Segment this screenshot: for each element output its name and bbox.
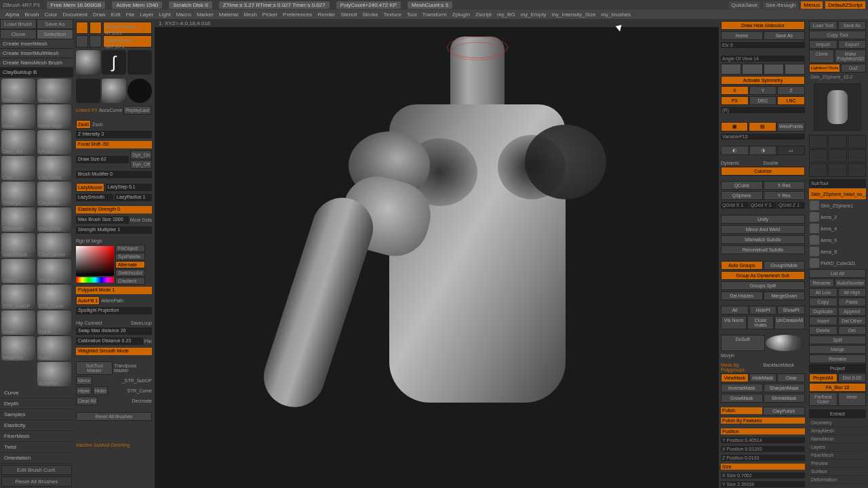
qcube-button[interactable]: QCube bbox=[721, 181, 763, 190]
menu-file[interactable]: File bbox=[125, 12, 134, 18]
qgridz-slider[interactable]: QGrid Z 1 bbox=[777, 202, 805, 209]
alternate-button[interactable]: Alternate bbox=[115, 261, 145, 268]
ps-button[interactable]: PS bbox=[721, 96, 749, 105]
menu-custom-intensity[interactable]: my_Intensity_Size bbox=[551, 12, 595, 18]
lazymouse-button[interactable]: LazyMouse bbox=[76, 183, 104, 192]
create-nanomesh-button[interactable]: Create NanoMesh Brush bbox=[0, 58, 73, 68]
extract-button[interactable]: Extract bbox=[809, 409, 866, 418]
growmask-button[interactable]: GrowMask bbox=[721, 394, 763, 403]
brush-trimdynamic[interactable] bbox=[1, 182, 35, 206]
load-tool-button[interactable]: Load Tool bbox=[809, 21, 837, 30]
autofill-button[interactable]: AutoFill 1 bbox=[76, 296, 100, 305]
dosoft-button[interactable]: DoSoft bbox=[721, 335, 765, 351]
polish-slider[interactable]: Polish bbox=[721, 407, 762, 414]
brush-clay[interactable] bbox=[1, 156, 35, 180]
menu-brush[interactable]: Brush bbox=[24, 12, 39, 18]
menu-render[interactable]: Render bbox=[317, 12, 335, 18]
groups-split-button[interactable]: Groups Split bbox=[721, 281, 805, 290]
mode-b-icon[interactable]: ▧ bbox=[749, 122, 776, 131]
reset-brushes-button[interactable]: Reset All Brushes bbox=[76, 412, 152, 421]
append-button[interactable]: Append bbox=[838, 307, 867, 316]
saveas-button[interactable]: Save As bbox=[764, 31, 806, 40]
section-layers[interactable]: Layers bbox=[809, 443, 866, 451]
mode-icon-3[interactable] bbox=[76, 35, 88, 47]
delother-button[interactable]: Del Other bbox=[838, 317, 867, 325]
import-button[interactable]: Import bbox=[809, 40, 837, 49]
elasticity-slider[interactable]: Elasticity Strength 0 bbox=[76, 206, 152, 214]
activate-symmetry-button[interactable]: Activate Symmetry bbox=[721, 76, 805, 85]
section-depth[interactable]: Depth bbox=[0, 399, 73, 409]
morph-sphere[interactable] bbox=[766, 335, 806, 351]
dynamic-label[interactable]: Dynamic bbox=[721, 161, 763, 165]
quicksave-button[interactable]: QuickSave bbox=[729, 1, 761, 9]
menu-macro[interactable]: Macro bbox=[176, 12, 191, 18]
brush-preview[interactable] bbox=[76, 50, 100, 75]
mirror-weld-button[interactable]: Mirror And Weld bbox=[721, 225, 805, 234]
elv-slider[interactable]: Elv 0 bbox=[721, 42, 805, 48]
ysize-slider[interactable]: Y Size 2.39036 bbox=[721, 481, 805, 487]
qgridy-slider[interactable]: QGrid Y 1 bbox=[749, 202, 777, 209]
menu-layer[interactable]: Layer bbox=[140, 12, 153, 18]
brushmod-slider[interactable]: Brush Modifier 0 bbox=[76, 171, 152, 178]
switchcolor-button[interactable]: Switchcolor bbox=[115, 269, 145, 277]
rgb-label[interactable]: Rgb bbox=[76, 239, 85, 243]
farthest-button[interactable]: Farthest Outer bbox=[809, 392, 837, 406]
spotlight-slider[interactable]: Spotlight Projection bbox=[76, 307, 152, 314]
brush-dropdown[interactable]: ClayBuildup B bbox=[0, 68, 73, 77]
defaultscript-button[interactable]: DefaultZScript bbox=[825, 1, 865, 9]
menu-custom-brushes[interactable]: my_brushes bbox=[601, 12, 631, 18]
subtool-item-2[interactable]: Arms_2 bbox=[821, 215, 837, 220]
cam-icon-3[interactable] bbox=[764, 64, 784, 75]
tool-icon-6[interactable] bbox=[848, 149, 866, 163]
hlder-button[interactable]: Hlder bbox=[93, 386, 108, 395]
cam-icon-2[interactable] bbox=[742, 64, 762, 75]
polypaint-slider[interactable]: Polypaint Mode 1 bbox=[76, 287, 152, 294]
create-insertmultimesh-button[interactable]: Create InsertMultiMesh bbox=[0, 49, 73, 58]
menu-tool[interactable]: Tool bbox=[407, 12, 417, 18]
brush-zremesher[interactable] bbox=[1, 207, 35, 232]
goz-button[interactable]: GoZ bbox=[841, 64, 866, 73]
draw-hide-button[interactable]: Draw Hide Sidecolor bbox=[721, 21, 805, 30]
claypolish-button[interactable]: ClayPolish bbox=[763, 407, 806, 415]
brush-claybuildup[interactable] bbox=[37, 182, 71, 206]
clear-all-button[interactable]: Clear All bbox=[76, 396, 98, 405]
tool-icon-7[interactable] bbox=[809, 163, 827, 177]
showpt-button[interactable]: ShowPt bbox=[777, 306, 805, 314]
hlp-connect[interactable]: Hlp Connect bbox=[76, 321, 102, 325]
mode-icon-1[interactable] bbox=[76, 22, 88, 34]
menu-mesh[interactable]: Mesh bbox=[243, 12, 257, 18]
hlpar-button[interactable]: Hlpar bbox=[76, 386, 92, 395]
autoreorder-button[interactable]: AutoReorder bbox=[835, 279, 866, 287]
persp-icon[interactable] bbox=[721, 64, 741, 75]
ypos-slider[interactable]: Y Position 0.40514 bbox=[721, 437, 805, 443]
brush-damstandard[interactable] bbox=[1, 130, 35, 155]
del-button[interactable]: Del bbox=[838, 326, 867, 335]
tool-preview[interactable] bbox=[814, 83, 861, 131]
focal-slider[interactable]: Focal Shift -50 bbox=[76, 141, 152, 148]
subtool-item-4[interactable]: Arms_6 bbox=[821, 238, 837, 243]
menu-custom-bg[interactable]: my_BG bbox=[497, 12, 515, 18]
syspalette-button[interactable]: SysPalette bbox=[115, 253, 145, 260]
tool-icon-1[interactable] bbox=[809, 135, 827, 148]
copytool-button[interactable]: Copy Tool bbox=[809, 30, 866, 39]
menu-marker[interactable]: Marker bbox=[197, 12, 214, 18]
save-as-button[interactable]: Save As bbox=[37, 19, 73, 29]
menus-button[interactable]: Menus bbox=[801, 1, 823, 9]
reconstruct-button[interactable]: Reconstruct Subdiv bbox=[721, 245, 805, 254]
brush-smooth[interactable] bbox=[37, 79, 71, 103]
uncreaseall-button[interactable]: UnCreaseAll bbox=[774, 316, 805, 329]
calibration-slider[interactable]: Calibration Distance 0.23 bbox=[76, 338, 143, 345]
clear-button[interactable]: Clear bbox=[777, 373, 805, 382]
brush-maskpen[interactable] bbox=[1, 336, 35, 361]
weldpoints-button[interactable]: WeldPoints bbox=[777, 122, 805, 131]
brush-spiral[interactable] bbox=[37, 310, 71, 335]
section-surface2[interactable]: Surface bbox=[809, 468, 866, 476]
zpos-slider[interactable]: Z Position 0.0193 bbox=[721, 455, 805, 461]
tool-icon-4[interactable] bbox=[809, 149, 827, 163]
menu-color[interactable]: Color bbox=[44, 12, 57, 18]
m-label[interactable]: M bbox=[86, 239, 90, 243]
polishfeatures-slider[interactable]: Polish By Features bbox=[721, 418, 805, 424]
menu-preferences[interactable]: Preferences bbox=[283, 12, 312, 18]
tool-icon-3[interactable] bbox=[848, 135, 866, 148]
maxbrush-slider[interactable]: Max Brush Size 1000 bbox=[76, 216, 129, 224]
